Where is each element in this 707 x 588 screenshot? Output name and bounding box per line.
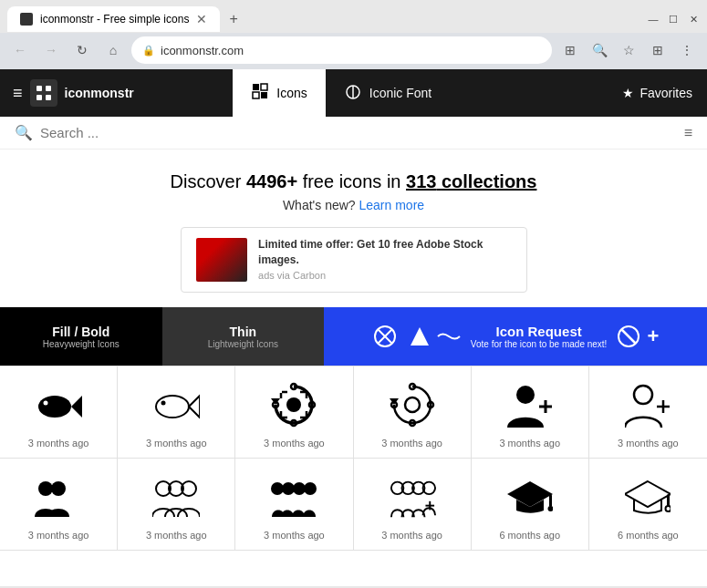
hero-title: Discover 4496+ free icons in 313 collect… bbox=[15, 171, 692, 192]
learn-more-link[interactable]: Learn more bbox=[359, 198, 425, 212]
svg-rect-4 bbox=[253, 84, 259, 90]
hamburger-icon: ≡ bbox=[13, 84, 23, 103]
svg-marker-20 bbox=[189, 396, 200, 418]
icon-group-fill bbox=[35, 473, 82, 521]
icon-group-fill-2 bbox=[270, 473, 317, 521]
svg-rect-5 bbox=[261, 84, 267, 90]
icons-tab-label: Icons bbox=[276, 86, 307, 100]
svg-line-15 bbox=[621, 329, 636, 344]
address-bar[interactable]: 🔒 iconmonstr.com bbox=[131, 36, 552, 64]
active-tab[interactable]: iconmonstr - Free simple icons ✕ bbox=[7, 6, 220, 32]
icon-person-add-fill bbox=[506, 381, 554, 428]
svg-marker-13 bbox=[411, 327, 429, 346]
svg-point-41 bbox=[51, 481, 66, 496]
iconic-font-icon bbox=[344, 83, 362, 104]
svg-point-47 bbox=[293, 482, 306, 495]
svg-rect-1 bbox=[46, 86, 51, 91]
icon-cell-10[interactable]: 3 months ago bbox=[354, 459, 472, 551]
icon-group-outline-2 bbox=[389, 473, 436, 521]
icon-graduation-fill bbox=[506, 473, 554, 521]
logo-icon bbox=[30, 79, 57, 107]
icon-gear-cycle bbox=[270, 381, 317, 428]
search-icon: 🔍 bbox=[15, 124, 33, 141]
maximize-button[interactable]: ☐ bbox=[667, 13, 680, 26]
svg-point-45 bbox=[271, 482, 284, 495]
reload-button[interactable]: ↻ bbox=[69, 37, 95, 63]
icon-cell-9[interactable]: 3 months ago bbox=[235, 459, 353, 551]
svg-point-40 bbox=[38, 481, 53, 496]
back-button[interactable]: ← bbox=[7, 37, 33, 63]
icon-graduation-outline bbox=[624, 473, 671, 521]
svg-point-37 bbox=[634, 386, 652, 404]
svg-rect-6 bbox=[253, 92, 259, 98]
cat-tab-fill[interactable]: Fill / Bold Heavyweight Icons bbox=[0, 307, 162, 366]
svg-point-22 bbox=[286, 397, 301, 412]
icon-grid: 3 months ago 3 months ago bbox=[0, 366, 707, 551]
cat-tab-request[interactable]: Icon Request Vote for the icon to be mad… bbox=[324, 307, 707, 366]
icon-cell-11[interactable]: 6 months ago bbox=[472, 459, 589, 551]
search-button[interactable]: 🔍 bbox=[587, 37, 612, 63]
ad-image bbox=[196, 238, 248, 282]
site-nav: ≡ iconmonstr bbox=[0, 69, 707, 117]
svg-point-48 bbox=[304, 482, 317, 495]
hero-section: Discover 4496+ free icons in 313 collect… bbox=[0, 150, 707, 307]
category-tabs: Fill / Bold Heavyweight Icons Thin Light… bbox=[0, 307, 707, 366]
ad-text: Limited time offer: Get 10 free Adobe St… bbox=[258, 237, 511, 283]
nav-menu-button[interactable]: ≡ iconmonstr bbox=[0, 79, 147, 107]
collections-link[interactable]: 313 collections bbox=[406, 171, 536, 191]
tab-close-button[interactable]: ✕ bbox=[196, 12, 207, 26]
extensions-button[interactable]: ⊞ bbox=[645, 37, 671, 63]
icon-person-add-outline bbox=[624, 381, 671, 428]
tab-favicon bbox=[20, 13, 33, 26]
svg-rect-3 bbox=[46, 95, 51, 100]
icon-cell-1[interactable]: 3 months ago bbox=[0, 366, 118, 459]
icon-cell-2[interactable]: 3 months ago bbox=[118, 366, 235, 459]
forward-button[interactable]: → bbox=[38, 37, 64, 63]
iconic-font-label: Iconic Font bbox=[369, 86, 431, 100]
icon-cell-4[interactable]: 3 months ago bbox=[354, 366, 472, 459]
nav-tab-icons[interactable]: Icons bbox=[233, 69, 325, 117]
svg-rect-7 bbox=[261, 92, 267, 98]
svg-point-18 bbox=[44, 401, 48, 406]
icon-fish-outline bbox=[152, 381, 200, 428]
icons-tab-icon bbox=[251, 82, 269, 104]
svg-marker-58 bbox=[625, 481, 671, 507]
nav-tab-iconic-font[interactable]: Iconic Font bbox=[326, 69, 450, 117]
icon-cell-8[interactable]: 3 months ago bbox=[118, 459, 235, 551]
icon-cell-6[interactable]: 3 months ago bbox=[589, 366, 707, 459]
home-button[interactable]: ⌂ bbox=[100, 37, 126, 63]
request-icons bbox=[372, 324, 462, 349]
svg-point-57 bbox=[547, 506, 553, 511]
url-text: iconmonstr.com bbox=[161, 44, 244, 57]
translate-button[interactable]: ⊞ bbox=[557, 37, 583, 63]
minimize-button[interactable]: — bbox=[647, 13, 660, 26]
close-button[interactable]: ✕ bbox=[687, 13, 700, 26]
search-input[interactable] bbox=[40, 125, 677, 140]
svg-point-16 bbox=[38, 396, 71, 418]
browser-chrome: iconmonstr - Free simple icons ✕ + — ☐ ✕… bbox=[0, 0, 707, 69]
request-actions: + bbox=[616, 324, 659, 349]
icon-cell-7[interactable]: 3 months ago bbox=[0, 459, 118, 551]
hero-subtitle: What's new? Learn more bbox=[15, 198, 692, 212]
svg-point-46 bbox=[282, 482, 295, 495]
request-info: Icon Request Vote for the icon to be mad… bbox=[471, 324, 608, 349]
page-content: ≡ iconmonstr bbox=[0, 69, 707, 586]
bookmark-button[interactable]: ☆ bbox=[616, 37, 641, 63]
icon-cell-12[interactable]: 6 months ago bbox=[589, 459, 707, 551]
svg-point-19 bbox=[156, 396, 189, 418]
favorites-button[interactable]: ★ Favorites bbox=[622, 86, 692, 100]
menu-button[interactable]: ⋮ bbox=[674, 37, 700, 63]
svg-point-28 bbox=[405, 397, 420, 412]
svg-marker-17 bbox=[71, 396, 82, 418]
icon-group-outline bbox=[152, 473, 200, 521]
new-tab-button[interactable]: + bbox=[220, 5, 246, 33]
filter-icon[interactable]: ≡ bbox=[684, 125, 692, 141]
svg-point-21 bbox=[161, 401, 166, 406]
icon-cell-3[interactable]: 3 months ago bbox=[235, 366, 353, 459]
lock-icon: 🔒 bbox=[142, 45, 155, 57]
ad-banner[interactable]: Limited time offer: Get 10 free Adobe St… bbox=[181, 227, 527, 293]
icon-cell-5[interactable]: 3 months ago bbox=[472, 366, 589, 459]
svg-rect-2 bbox=[36, 95, 42, 100]
cat-tab-thin[interactable]: Thin Lightweight Icons bbox=[162, 307, 325, 366]
site-logo-text: iconmonstr bbox=[65, 86, 134, 100]
